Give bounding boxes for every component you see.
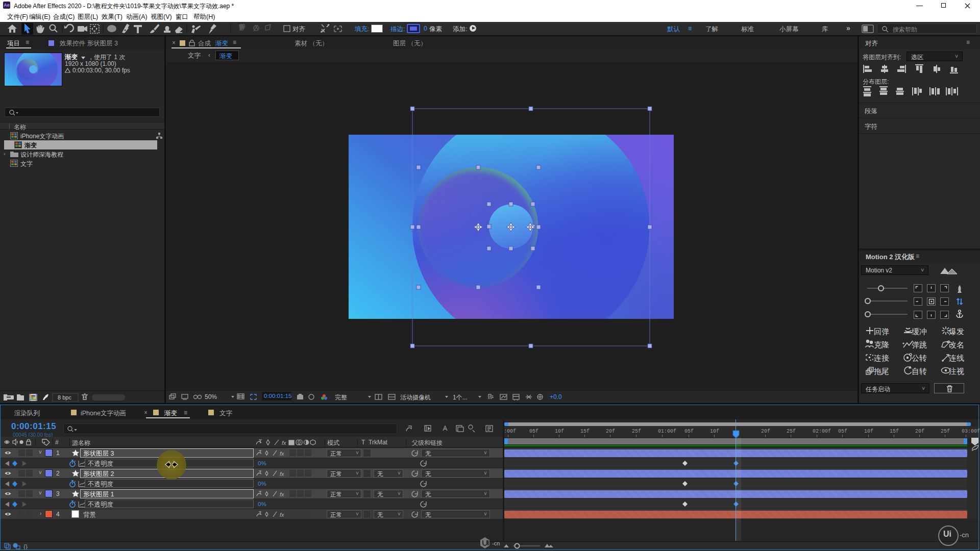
svg-text:fx: fx [280,450,284,457]
svg-text:-cn: -cn [492,540,500,546]
svg-text:{}: {} [23,543,28,550]
svg-text:8 bpc: 8 bpc [58,394,71,400]
svg-text:fx: fx [282,440,286,446]
svg-text:fx: fx [280,491,284,497]
svg-text:fx: fx [280,471,284,477]
svg-text:fx: fx [280,512,284,518]
